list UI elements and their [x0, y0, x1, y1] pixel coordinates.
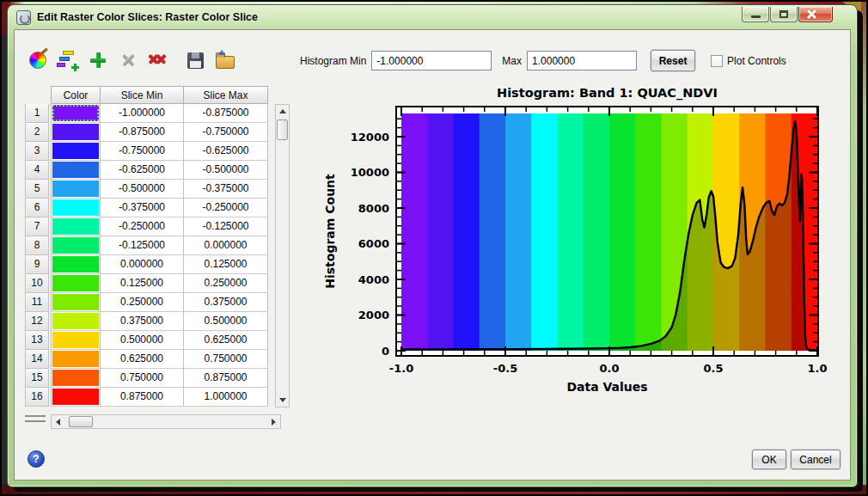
table-row[interactable]: 5 -0.500000 -0.375000 — [25, 180, 268, 199]
slice-max-cell[interactable]: -0.750000 — [184, 123, 268, 142]
row-number-cell[interactable]: 15 — [25, 369, 49, 388]
table-row[interactable]: 14 0.625000 0.750000 — [25, 350, 268, 369]
color-swatch[interactable] — [52, 143, 99, 159]
slice-min-cell[interactable]: 0.125000 — [101, 274, 184, 293]
table-row[interactable]: 13 0.500000 0.625000 — [25, 331, 268, 350]
color-swatch[interactable] — [52, 332, 99, 348]
slice-max-cell[interactable]: 0.750000 — [184, 350, 268, 369]
histogram-min-input[interactable] — [371, 51, 492, 70]
slice-min-cell[interactable]: 0.625000 — [101, 350, 184, 369]
row-number-cell[interactable]: 6 — [25, 199, 49, 217]
close-button[interactable] — [798, 7, 833, 22]
slice-max-cell[interactable]: -0.125000 — [184, 217, 268, 236]
table-row[interactable]: 12 0.375000 0.500000 — [25, 312, 268, 331]
slice-min-cell[interactable]: -0.625000 — [101, 161, 184, 180]
row-number-cell[interactable]: 14 — [25, 350, 49, 369]
color-swatch[interactable] — [52, 294, 99, 310]
color-swatch[interactable] — [52, 181, 99, 197]
row-number-cell[interactable]: 9 — [25, 255, 49, 274]
table-row[interactable]: 15 0.750000 0.875000 — [25, 369, 268, 388]
table-row[interactable]: 6 -0.375000 -0.250000 — [25, 199, 268, 217]
table-row[interactable]: 16 0.875000 1.000000 — [25, 388, 268, 407]
table-row[interactable]: 11 0.250000 0.375000 — [25, 293, 268, 312]
help-button[interactable]: ? — [28, 450, 45, 468]
vertical-scroll-thumb[interactable] — [277, 119, 288, 140]
color-cell[interactable] — [51, 312, 101, 331]
color-cell[interactable] — [51, 142, 101, 161]
slice-max-cell[interactable]: 1.000000 — [184, 388, 268, 407]
color-cell[interactable] — [51, 255, 101, 274]
scroll-right-button[interactable] — [267, 415, 280, 428]
table-row[interactable]: 7 -0.250000 -0.125000 — [25, 217, 268, 236]
row-number-cell[interactable]: 8 — [25, 236, 49, 255]
slice-max-cell[interactable]: -0.625000 — [184, 142, 268, 161]
slice-min-cell[interactable]: 0.500000 — [101, 331, 184, 350]
row-number-cell[interactable]: 4 — [25, 161, 49, 180]
slice-max-cell[interactable]: -0.250000 — [184, 199, 268, 217]
edit-color-table-icon[interactable] — [27, 49, 49, 71]
color-swatch[interactable] — [52, 313, 99, 329]
header-slice-min[interactable]: Slice Min — [101, 86, 184, 104]
slice-max-cell[interactable]: 0.500000 — [184, 312, 268, 331]
table-row[interactable]: 4 -0.625000 -0.500000 — [25, 161, 268, 180]
color-swatch[interactable] — [52, 256, 99, 272]
row-number-cell[interactable]: 3 — [25, 142, 49, 161]
apply-color-ramp-icon[interactable] — [57, 49, 79, 71]
slice-min-cell[interactable]: 0.750000 — [101, 369, 184, 388]
row-number-cell[interactable]: 12 — [25, 312, 49, 331]
cancel-button[interactable]: Cancel — [791, 450, 840, 469]
table-row[interactable]: 3 -0.750000 -0.625000 — [25, 142, 268, 161]
slice-min-cell[interactable]: -0.500000 — [101, 180, 184, 199]
color-cell[interactable] — [51, 123, 101, 142]
color-swatch[interactable] — [52, 370, 99, 386]
color-cell[interactable] — [51, 350, 101, 369]
header-color[interactable]: Color — [51, 86, 101, 104]
row-number-cell[interactable]: 5 — [25, 180, 49, 199]
scroll-left-button[interactable] — [52, 415, 64, 428]
slice-min-cell[interactable]: -0.875000 — [101, 123, 184, 142]
scroll-down-button[interactable] — [276, 394, 289, 407]
color-swatch[interactable] — [52, 218, 99, 235]
slice-max-cell[interactable]: 0.375000 — [184, 293, 268, 312]
color-cell[interactable] — [51, 388, 101, 407]
row-number-cell[interactable]: 2 — [25, 123, 49, 142]
slice-min-cell[interactable]: -1.000000 — [101, 104, 184, 123]
header-slice-max[interactable]: Slice Max — [184, 86, 268, 104]
table-row[interactable]: 9 0.000000 0.125000 — [25, 255, 268, 274]
save-slices-icon[interactable] — [184, 49, 206, 71]
row-number-cell[interactable]: 11 — [25, 293, 49, 312]
row-number-cell[interactable]: 1 — [25, 104, 49, 123]
horizontal-scroll-thumb[interactable] — [69, 416, 93, 427]
slice-max-cell[interactable]: 0.000000 — [184, 236, 268, 255]
row-number-cell[interactable]: 7 — [25, 217, 49, 236]
slice-max-cell[interactable]: 0.250000 — [184, 274, 268, 293]
color-cell[interactable] — [51, 180, 101, 199]
slice-min-cell[interactable]: 0.250000 — [101, 293, 184, 312]
scroll-up-button[interactable] — [276, 105, 289, 118]
table-row[interactable]: 10 0.125000 0.250000 — [25, 274, 268, 293]
slice-max-cell[interactable]: 0.125000 — [184, 255, 268, 274]
table-vertical-scrollbar[interactable] — [275, 104, 290, 407]
maximize-button[interactable] — [770, 7, 798, 22]
color-cell[interactable] — [51, 217, 101, 236]
slice-min-cell[interactable]: -0.125000 — [101, 236, 184, 255]
color-swatch[interactable] — [52, 199, 99, 216]
slice-min-cell[interactable]: 0.000000 — [101, 255, 184, 274]
histogram-max-input[interactable] — [527, 51, 637, 70]
color-cell[interactable] — [51, 293, 101, 312]
color-cell[interactable] — [51, 331, 101, 350]
color-swatch[interactable] — [52, 105, 99, 121]
delete-all-slices-icon[interactable] — [147, 49, 169, 71]
ok-button[interactable]: OK — [752, 450, 786, 469]
table-horizontal-scrollbar[interactable] — [51, 414, 281, 429]
table-row[interactable]: 1 -1.000000 -0.875000 — [25, 104, 268, 123]
table-row[interactable]: 2 -0.875000 -0.750000 — [25, 123, 268, 142]
title-bar[interactable]: Edit Raster Color Slices: Raster Color S… — [8, 5, 857, 29]
slice-min-cell[interactable]: -0.250000 — [101, 217, 184, 236]
slice-min-cell[interactable]: 0.875000 — [101, 388, 184, 407]
slice-max-cell[interactable]: 0.625000 — [184, 331, 268, 350]
color-swatch[interactable] — [52, 124, 99, 140]
color-swatch[interactable] — [52, 389, 99, 405]
slice-min-cell[interactable]: -0.750000 — [101, 142, 184, 161]
color-cell[interactable] — [51, 236, 101, 255]
